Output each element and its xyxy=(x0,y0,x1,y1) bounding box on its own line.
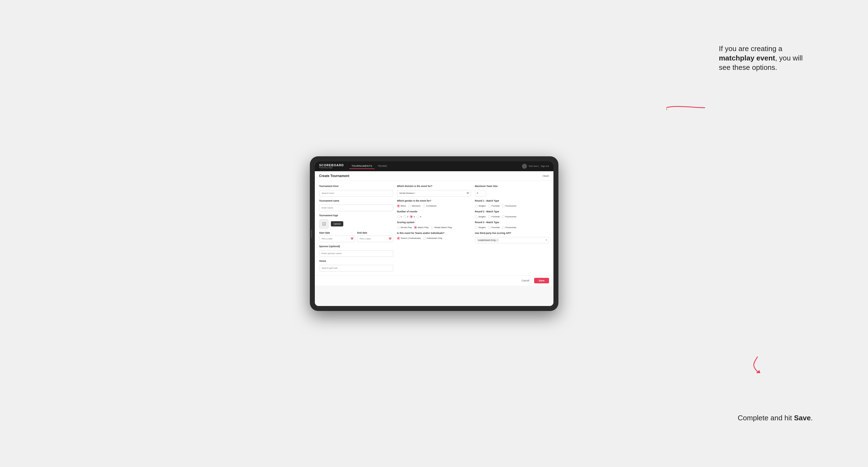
date-fields: Start date 📅 End date 📅 xyxy=(319,231,393,242)
back-button[interactable]: ‹ Back xyxy=(541,175,549,177)
round2-foursomes-label: Foursomes xyxy=(505,215,517,218)
round3-match-type: Round 3 - Match Type Singles Fourball xyxy=(475,221,549,229)
gender-label: Which gender is the event for? xyxy=(397,199,471,202)
round1-singles[interactable]: Singles xyxy=(475,205,486,208)
api-select-wrapper[interactable]: Leaderboard King × ▾ xyxy=(475,237,549,243)
start-date-input[interactable] xyxy=(319,236,355,242)
round2-singles-radio[interactable] xyxy=(475,215,478,218)
round-1-label: 1 xyxy=(401,215,402,218)
stroke-play-radio[interactable] xyxy=(397,226,400,229)
col-right: Maximum Team Size Round 1 - Match Type S… xyxy=(475,185,549,272)
round2-singles[interactable]: Singles xyxy=(475,215,486,218)
user-name: Test User | xyxy=(529,165,539,167)
tournament-name-field: Tournament name xyxy=(319,199,393,211)
round3-foursomes-label: Foursomes xyxy=(505,226,517,229)
round1-fourball[interactable]: Fourball xyxy=(488,205,500,208)
col-middle: Which division is the event for? NCAA Di… xyxy=(397,185,471,272)
round2-fourball[interactable]: Fourball xyxy=(488,215,500,218)
combined-radio[interactable] xyxy=(423,205,425,208)
tab-teams[interactable]: TEAMS xyxy=(376,163,390,169)
teams-option[interactable]: Teams (+Individuals) xyxy=(397,237,421,240)
match-play-radio[interactable] xyxy=(414,226,417,229)
round-4-radio[interactable] xyxy=(416,215,419,218)
sidebar-button[interactable] xyxy=(311,229,312,238)
round2-foursomes-radio[interactable] xyxy=(502,215,504,218)
cancel-button[interactable]: Cancel xyxy=(519,278,532,283)
division-select[interactable]: NCAA Division I xyxy=(397,190,471,197)
back-label: Back xyxy=(543,175,549,177)
womens-radio[interactable] xyxy=(408,205,411,208)
medal-match-radio[interactable] xyxy=(431,226,434,229)
round2-fourball-radio[interactable] xyxy=(488,215,491,218)
gender-womens[interactable]: Womens xyxy=(408,205,420,208)
start-date-wrap: 📅 xyxy=(319,236,355,242)
max-team-size-field: Maximum Team Size xyxy=(475,185,549,197)
mens-radio[interactable] xyxy=(397,205,400,208)
api-clear-icon[interactable]: × xyxy=(497,239,498,241)
round2-foursomes[interactable]: Foursomes xyxy=(502,215,517,218)
annotation-bold-save: Save xyxy=(794,414,811,422)
scoring-field: Scoring system Stroke Play Match Play xyxy=(397,221,471,229)
round1-foursomes[interactable]: Foursomes xyxy=(502,205,517,208)
app-logo: SCOREBOARD Powered by clippit xyxy=(319,164,344,168)
round1-foursomes-label: Foursomes xyxy=(505,205,517,207)
scoring-stroke[interactable]: Stroke Play xyxy=(397,226,412,229)
tournament-host-input[interactable] xyxy=(319,190,393,197)
tab-tournaments[interactable]: TOURNAMENTS xyxy=(349,163,374,169)
round3-fourball-radio[interactable] xyxy=(488,226,491,229)
round-4-label: 4 xyxy=(420,215,421,218)
venue-field: Venue xyxy=(319,259,393,272)
round1-singles-radio[interactable] xyxy=(475,205,478,208)
end-calendar-icon: 📅 xyxy=(389,238,392,240)
round-2[interactable]: 2 xyxy=(403,215,408,218)
round1-fourball-radio[interactable] xyxy=(488,205,491,208)
round-3[interactable]: 3 xyxy=(410,215,414,218)
round3-singles[interactable]: Singles xyxy=(475,226,486,229)
individuals-option[interactable]: Individuals Only xyxy=(423,237,442,240)
round-4[interactable]: 4 xyxy=(416,215,421,218)
end-date-input[interactable] xyxy=(358,236,393,242)
round3-foursomes[interactable]: Foursomes xyxy=(502,226,517,229)
round-2-radio[interactable] xyxy=(403,215,406,218)
teams-radio[interactable] xyxy=(397,237,400,240)
tablet-screen: SCOREBOARD Powered by clippit TOURNAMENT… xyxy=(315,161,553,306)
teams-label: Is this event for Teams and/or Individua… xyxy=(397,232,471,235)
scoring-medal[interactable]: Medal Match Play xyxy=(431,226,452,229)
gender-combined[interactable]: Combined xyxy=(423,205,436,208)
round3-singles-radio[interactable] xyxy=(475,226,478,229)
division-field: Which division is the event for? NCAA Di… xyxy=(397,185,471,197)
round1-foursomes-radio[interactable] xyxy=(502,205,504,208)
combined-label: Combined xyxy=(426,205,436,207)
round-3-radio[interactable] xyxy=(410,215,412,218)
scoring-match[interactable]: Match Play xyxy=(414,226,429,229)
date-fields-row: Start date 📅 End date 📅 xyxy=(319,231,393,242)
sign-out-link[interactable]: Sign out xyxy=(541,165,549,167)
upload-button[interactable]: Upload xyxy=(331,221,343,226)
round3-radio-group: Singles Fourball Foursomes xyxy=(475,226,549,229)
tournament-host-label: Tournament Host xyxy=(319,185,393,188)
round-1-radio[interactable] xyxy=(397,215,400,218)
teams-field: Is this event for Teams and/or Individua… xyxy=(397,232,471,240)
rounds-field: Number of rounds 1 2 xyxy=(397,210,471,218)
round2-label: Round 2 - Match Type xyxy=(475,210,549,213)
round2-fourball-label: Fourball xyxy=(492,215,500,218)
round3-foursomes-radio[interactable] xyxy=(502,226,504,229)
image-icon: 🖼 xyxy=(322,222,326,226)
end-date-label: End date xyxy=(358,231,393,234)
gender-radio-group: Mens Womens Combined xyxy=(397,205,471,208)
round3-fourball[interactable]: Fourball xyxy=(488,226,500,229)
annotation-top-right: If you are creating a matchplay event, y… xyxy=(719,44,813,72)
sponsor-input[interactable] xyxy=(319,250,393,257)
round-1[interactable]: 1 xyxy=(397,215,402,218)
save-button[interactable]: Save xyxy=(534,278,549,283)
round1-fourball-label: Fourball xyxy=(492,205,500,207)
tournament-name-input[interactable] xyxy=(319,205,393,211)
rounds-radio-group: 1 2 3 4 xyxy=(397,215,471,218)
api-label: Use third-party live scoring API? xyxy=(475,232,549,235)
annotation-bottom-right: Complete and hit Save. xyxy=(738,413,813,423)
mens-label: Mens xyxy=(401,205,406,207)
gender-mens[interactable]: Mens xyxy=(397,205,406,208)
individuals-radio[interactable] xyxy=(423,237,426,240)
max-team-size-input[interactable] xyxy=(475,190,486,197)
venue-input[interactable] xyxy=(319,265,393,272)
